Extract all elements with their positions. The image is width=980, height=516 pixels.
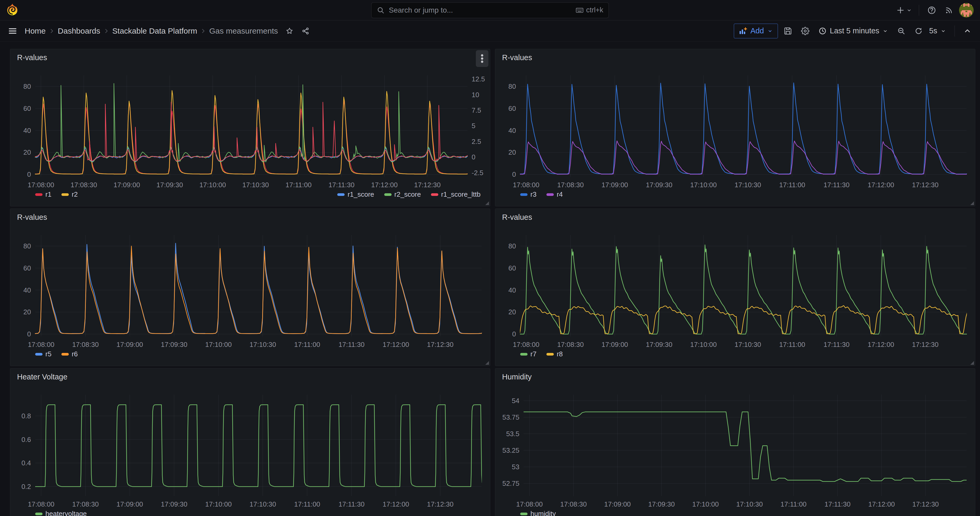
save-icon bbox=[784, 27, 792, 35]
legend-item-humidity[interactable]: humidity bbox=[520, 510, 556, 516]
legend-label: r1_score bbox=[347, 190, 374, 199]
svg-text:17:11:30: 17:11:30 bbox=[824, 181, 850, 189]
hamburger-icon bbox=[8, 27, 17, 35]
share-button[interactable] bbox=[298, 24, 313, 38]
search-input[interactable]: Search or jump to... ctrl+k bbox=[371, 2, 609, 18]
series-line-r7 bbox=[519, 245, 975, 334]
svg-text:17:09:00: 17:09:00 bbox=[113, 181, 140, 189]
grafana-logo[interactable] bbox=[6, 3, 18, 18]
user-avatar[interactable] bbox=[959, 3, 974, 18]
dashboard-settings-button[interactable] bbox=[798, 24, 813, 38]
panel-resize-handle[interactable] bbox=[485, 201, 489, 205]
panel-r-values-3: R-values02040608017:08:0017:08:3017:09:0… bbox=[495, 209, 975, 366]
clock-icon bbox=[818, 27, 827, 35]
breadcrumb-item-home[interactable]: Home bbox=[24, 27, 47, 35]
svg-text:0: 0 bbox=[512, 330, 516, 338]
svg-text:17:08:00: 17:08:00 bbox=[513, 181, 539, 189]
zoom-out-button[interactable] bbox=[894, 24, 908, 38]
new-menu-button[interactable] bbox=[895, 3, 913, 18]
zoom-out-icon bbox=[897, 27, 905, 35]
svg-text:0.6: 0.6 bbox=[22, 436, 31, 444]
svg-text:17:08:00: 17:08:00 bbox=[516, 500, 543, 508]
gear-icon bbox=[801, 27, 810, 35]
svg-text:17:09:30: 17:09:30 bbox=[161, 500, 188, 508]
series-line-r3 bbox=[513, 83, 975, 174]
chevron-right-icon bbox=[48, 27, 55, 34]
svg-text:17:10:30: 17:10:30 bbox=[242, 181, 269, 189]
collapse-toolbar-button[interactable] bbox=[960, 24, 975, 38]
panel-resize-handle[interactable] bbox=[485, 361, 489, 365]
breadcrumb-item-gas-measurements: Gas measurements bbox=[208, 27, 279, 35]
save-dashboard-button[interactable] bbox=[781, 24, 795, 38]
chevron-right-icon bbox=[103, 27, 110, 34]
legend-item-r2_score[interactable]: r2_score bbox=[384, 190, 421, 199]
svg-text:0.2: 0.2 bbox=[22, 483, 31, 491]
legend-right-group: r1_scorer2_scorer1_score_lttb bbox=[337, 190, 480, 199]
series-line-humidity bbox=[523, 412, 967, 482]
time-series-plot[interactable]: 020406080-2.502.557.51012.517:08:0017:08… bbox=[10, 49, 490, 206]
time-series-plot[interactable]: 52.755353.2553.553.755417:08:0017:08:301… bbox=[495, 368, 975, 516]
svg-text:17:12:30: 17:12:30 bbox=[414, 181, 441, 189]
svg-text:17:11:00: 17:11:00 bbox=[779, 181, 805, 189]
svg-text:17:08:30: 17:08:30 bbox=[72, 341, 99, 349]
svg-text:17:10:30: 17:10:30 bbox=[735, 181, 761, 189]
legend-item-r1_score_lttb[interactable]: r1_score_lttb bbox=[431, 190, 480, 199]
refresh-interval-picker[interactable]: 5s bbox=[929, 24, 949, 38]
legend-item-r2[interactable]: r2 bbox=[61, 190, 78, 199]
menu-toggle-button[interactable] bbox=[5, 24, 20, 38]
legend-label: heatervoltage bbox=[45, 510, 87, 516]
star-icon bbox=[286, 27, 293, 35]
time-series-plot[interactable]: 02040608017:08:0017:08:3017:09:0017:09:3… bbox=[10, 209, 490, 366]
panel-menu-button[interactable] bbox=[476, 50, 488, 67]
news-rss-button[interactable] bbox=[942, 3, 956, 18]
panel-resize-handle[interactable] bbox=[970, 361, 974, 365]
svg-text:17:10:30: 17:10:30 bbox=[250, 341, 276, 349]
legend-item-r8[interactable]: r8 bbox=[546, 350, 563, 358]
svg-text:54: 54 bbox=[512, 397, 519, 405]
svg-text:2.5: 2.5 bbox=[472, 138, 481, 145]
help-button[interactable] bbox=[924, 3, 939, 18]
legend-item-r6[interactable]: r6 bbox=[61, 350, 78, 358]
legend-swatch bbox=[520, 353, 528, 355]
breadcrumb-item-stackable-data-platform[interactable]: Stackable Data Platform bbox=[111, 27, 198, 35]
dashboard-grid: R-values020406080-2.502.557.51012.517:08… bbox=[0, 41, 980, 516]
panel-r-values-0: R-values020406080-2.502.557.51012.517:08… bbox=[10, 49, 490, 206]
svg-text:60: 60 bbox=[508, 264, 516, 272]
refresh-button[interactable] bbox=[911, 24, 926, 38]
svg-text:17:11:30: 17:11:30 bbox=[339, 341, 364, 349]
svg-text:5: 5 bbox=[472, 122, 475, 130]
time-range-picker[interactable]: Last 5 minutes bbox=[815, 24, 892, 38]
legend-label: r5 bbox=[45, 350, 51, 358]
svg-text:80: 80 bbox=[508, 242, 516, 250]
svg-text:17:12:00: 17:12:00 bbox=[371, 181, 398, 189]
search-icon bbox=[377, 6, 385, 14]
add-button[interactable]: Add bbox=[734, 24, 778, 38]
axis-labels: 020406080-2.502.557.51012.517:08:0017:08… bbox=[23, 75, 485, 189]
panel-resize-handle[interactable] bbox=[970, 201, 974, 205]
legend-label: r1_score_lttb bbox=[441, 190, 480, 199]
legend-swatch bbox=[384, 193, 391, 196]
legend-item-r7[interactable]: r7 bbox=[520, 350, 536, 358]
favorite-star-button[interactable] bbox=[282, 24, 297, 38]
legend-item-r1[interactable]: r1 bbox=[35, 190, 51, 199]
svg-text:17:08:00: 17:08:00 bbox=[28, 500, 54, 508]
legend: humidity bbox=[520, 510, 966, 516]
legend-item-r3[interactable]: r3 bbox=[520, 190, 536, 199]
breadcrumb-item-dashboards[interactable]: Dashboards bbox=[57, 27, 101, 35]
legend-item-r4[interactable]: r4 bbox=[546, 190, 563, 199]
time-series-plot[interactable]: 0.20.40.60.817:08:0017:08:3017:09:0017:0… bbox=[10, 368, 490, 516]
legend-item-heatervoltage[interactable]: heatervoltage bbox=[35, 510, 87, 516]
svg-text:17:09:30: 17:09:30 bbox=[646, 341, 672, 349]
legend-swatch bbox=[337, 193, 345, 196]
svg-text:40: 40 bbox=[23, 127, 31, 134]
legend-item-r1_score[interactable]: r1_score bbox=[337, 190, 374, 199]
svg-text:17:10:00: 17:10:00 bbox=[690, 181, 717, 189]
svg-text:53.25: 53.25 bbox=[502, 446, 519, 454]
svg-text:53.75: 53.75 bbox=[502, 413, 519, 421]
svg-text:17:09:00: 17:09:00 bbox=[604, 500, 631, 508]
legend-item-r5[interactable]: r5 bbox=[35, 350, 51, 358]
time-series-plot[interactable]: 02040608017:08:0017:08:3017:09:0017:09:3… bbox=[495, 49, 975, 206]
time-series-plot[interactable]: 02040608017:08:0017:08:3017:09:0017:09:3… bbox=[495, 209, 975, 366]
svg-text:52.75: 52.75 bbox=[502, 479, 519, 487]
series-line-r2 bbox=[28, 91, 480, 174]
